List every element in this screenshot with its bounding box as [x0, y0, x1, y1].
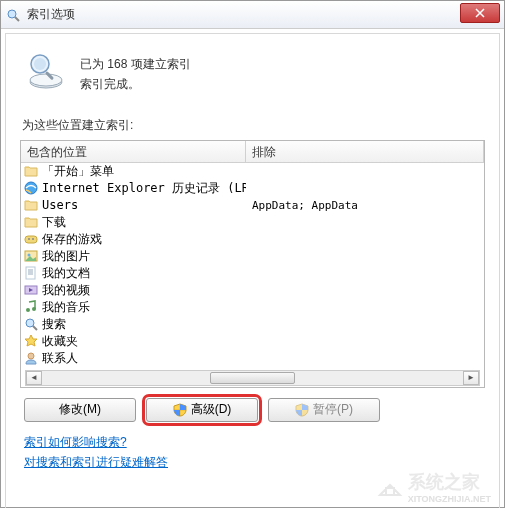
- favorites-icon: [23, 333, 39, 349]
- excluded-text: AppData; AppData: [246, 199, 484, 212]
- status-area: 已为 168 项建立索引 索引完成。: [20, 44, 485, 109]
- dialog-body: 已为 168 项建立索引 索引完成。 为这些位置建立索引: 包含的位置 排除 「…: [5, 33, 500, 508]
- list-item[interactable]: Internet Explorer 历史记录 (LRG...: [21, 180, 484, 197]
- location-name: 搜索: [42, 316, 66, 333]
- help-links: 索引如何影响搜索? 对搜索和索引进行疑难解答: [20, 432, 485, 473]
- list-item[interactable]: 搜索: [21, 316, 484, 333]
- games-icon: [23, 231, 39, 247]
- index-complete-text: 索引完成。: [80, 74, 191, 94]
- magnifier-drive-icon: [24, 50, 66, 92]
- advanced-button[interactable]: 高级(D): [146, 398, 258, 422]
- modify-button[interactable]: 修改(M): [24, 398, 136, 422]
- svg-line-1: [15, 17, 19, 21]
- location-name: 「开始」菜单: [42, 163, 114, 180]
- scroll-track[interactable]: [42, 371, 463, 385]
- svg-rect-13: [26, 267, 35, 279]
- buttons-row: 修改(M) 高级(D) 暂停(P): [20, 398, 485, 422]
- location-name: 我的图片: [42, 248, 90, 265]
- pause-button[interactable]: 暂停(P): [268, 398, 380, 422]
- list-item[interactable]: 联系人: [21, 350, 484, 367]
- svg-point-19: [32, 307, 36, 311]
- watermark-logo-icon: [376, 475, 404, 499]
- svg-rect-8: [25, 236, 37, 243]
- music-icon: [23, 299, 39, 315]
- horizontal-scrollbar[interactable]: ◄ ►: [25, 370, 480, 386]
- location-name: 我的文档: [42, 265, 90, 282]
- indexed-count-text: 已为 168 项建立索引: [80, 54, 191, 74]
- location-name: 我的视频: [42, 282, 90, 299]
- close-button[interactable]: [460, 3, 500, 23]
- list-header: 包含的位置 排除: [21, 141, 484, 163]
- window-title: 索引选项: [27, 6, 460, 23]
- svg-line-21: [33, 326, 37, 330]
- documents-icon: [23, 265, 39, 281]
- locations-list: 包含的位置 排除 「开始」菜单 Internet Explorer 历史记录 (…: [20, 140, 485, 388]
- watermark: 系统之家 XITONGZHIJIA.NET: [376, 470, 491, 504]
- shield-icon: [295, 403, 309, 417]
- shield-icon: [173, 403, 187, 417]
- scroll-left-button[interactable]: ◄: [26, 371, 42, 385]
- location-name: Internet Explorer 历史记录 (LRG...: [42, 180, 246, 197]
- svg-point-20: [26, 319, 34, 327]
- column-included[interactable]: 包含的位置: [21, 141, 246, 162]
- titlebar: 索引选项: [1, 1, 504, 29]
- list-item[interactable]: 收藏夹: [21, 333, 484, 350]
- location-name: Users: [42, 198, 78, 212]
- svg-point-10: [32, 238, 34, 240]
- contacts-icon: [23, 350, 39, 366]
- column-excluded[interactable]: 排除: [246, 141, 484, 162]
- list-body: 「开始」菜单 Internet Explorer 历史记录 (LRG... Us…: [21, 163, 484, 387]
- list-item[interactable]: 「开始」菜单: [21, 163, 484, 180]
- location-name: 保存的游戏: [42, 231, 102, 248]
- videos-icon: [23, 282, 39, 298]
- svg-point-18: [26, 308, 30, 312]
- close-icon: [475, 8, 485, 18]
- folder-icon: [23, 197, 39, 213]
- list-item[interactable]: 下载: [21, 214, 484, 231]
- list-item[interactable]: 我的音乐: [21, 299, 484, 316]
- search-icon: [23, 316, 39, 332]
- list-item[interactable]: Users AppData; AppData: [21, 197, 484, 214]
- indexing-options-window: 索引选项 已为 168 项建立索引 索引完成。 为这些位置建立索引: 包含的位置…: [0, 0, 505, 508]
- app-icon: [5, 7, 21, 23]
- list-item[interactable]: 我的视频: [21, 282, 484, 299]
- link-how-affects-search[interactable]: 索引如何影响搜索?: [24, 432, 485, 452]
- scroll-thumb[interactable]: [210, 372, 294, 384]
- location-name: 我的音乐: [42, 299, 90, 316]
- svg-point-22: [28, 353, 34, 359]
- location-name: 下载: [42, 214, 66, 231]
- pictures-icon: [23, 248, 39, 264]
- list-item[interactable]: 我的图片: [21, 248, 484, 265]
- status-text: 已为 168 项建立索引 索引完成。: [80, 50, 191, 95]
- ie-icon: [23, 180, 39, 196]
- locations-label: 为这些位置建立索引:: [22, 117, 485, 134]
- svg-point-5: [34, 58, 46, 70]
- svg-point-9: [28, 238, 30, 240]
- list-item[interactable]: 我的文档: [21, 265, 484, 282]
- list-item[interactable]: 保存的游戏: [21, 231, 484, 248]
- folder-icon: [23, 163, 39, 179]
- location-name: 收藏夹: [42, 333, 78, 350]
- folder-icon: [23, 214, 39, 230]
- svg-point-0: [8, 10, 16, 18]
- svg-point-12: [28, 254, 31, 257]
- scroll-right-button[interactable]: ►: [463, 371, 479, 385]
- svg-point-3: [30, 74, 62, 86]
- location-name: 联系人: [42, 350, 78, 367]
